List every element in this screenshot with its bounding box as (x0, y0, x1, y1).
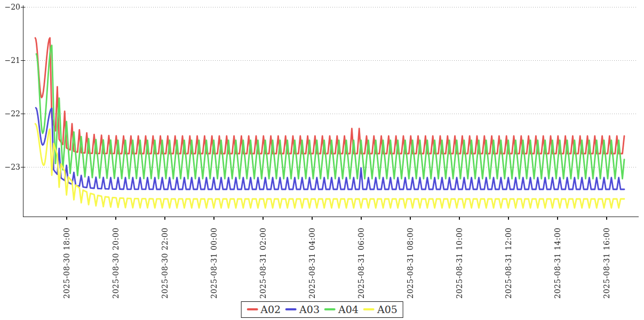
legend-item-A04: A04 (324, 303, 359, 315)
x-tick-label: 2025-08-30 20:00 (112, 227, 120, 299)
legend-label: A05 (377, 303, 397, 315)
x-tick-mark (66, 217, 67, 220)
y-tick-mark (21, 114, 25, 115)
legend-line-swatch (247, 308, 258, 310)
x-tick-mark (361, 217, 362, 220)
legend-item-A05: A05 (363, 303, 397, 315)
x-tick-mark (606, 217, 607, 220)
legend-label: A02 (260, 303, 281, 315)
x-tick-label: 2025-08-31 16:00 (602, 227, 611, 299)
x-tick-label: 2025-08-31 14:00 (553, 227, 562, 299)
x-tick-label: 2025-08-30 18:00 (62, 227, 71, 299)
y-tick-mark (21, 7, 25, 8)
y-tick-label: −23 (0, 163, 20, 171)
x-tick-mark (115, 217, 116, 220)
y-tick-mark (21, 60, 25, 61)
y-axis-line (23, 5, 24, 217)
line-chart-figure: −20−21−22−23 2025-08-30 18:002025-08-30 … (0, 0, 644, 320)
x-tick-label: 2025-08-31 00:00 (210, 227, 218, 299)
y-tick-label: −22 (0, 109, 20, 118)
x-tick-label: 2025-08-31 12:00 (504, 227, 513, 299)
chart-series-canvas (0, 0, 644, 320)
legend: A02A03A04A05 (241, 301, 403, 318)
x-tick-label: 2025-08-30 22:00 (161, 227, 169, 299)
legend-item-A03: A03 (285, 303, 320, 315)
legend-line-swatch (324, 308, 336, 310)
y-tick-label: −20 (0, 3, 20, 11)
x-tick-mark (410, 217, 411, 220)
legend-item-A02: A02 (247, 303, 281, 315)
x-tick-mark (459, 217, 460, 220)
y-tick-mark (21, 167, 25, 168)
legend-line-swatch (285, 308, 297, 310)
x-tick-mark (164, 217, 165, 220)
x-tick-label: 2025-08-31 08:00 (406, 227, 415, 299)
x-tick-mark (312, 217, 313, 220)
x-tick-mark (263, 217, 264, 220)
x-tick-label: 2025-08-31 10:00 (455, 227, 464, 299)
x-tick-label: 2025-08-31 04:00 (308, 227, 316, 299)
legend-label: A03 (299, 303, 320, 315)
x-tick-mark (213, 217, 214, 220)
x-tick-mark (508, 217, 509, 220)
x-tick-mark (557, 217, 558, 220)
x-tick-label: 2025-08-31 02:00 (259, 227, 267, 299)
legend-line-swatch (363, 308, 375, 310)
x-tick-label: 2025-08-31 06:00 (357, 227, 365, 299)
legend-label: A04 (338, 303, 359, 315)
y-tick-label: −21 (0, 56, 20, 65)
